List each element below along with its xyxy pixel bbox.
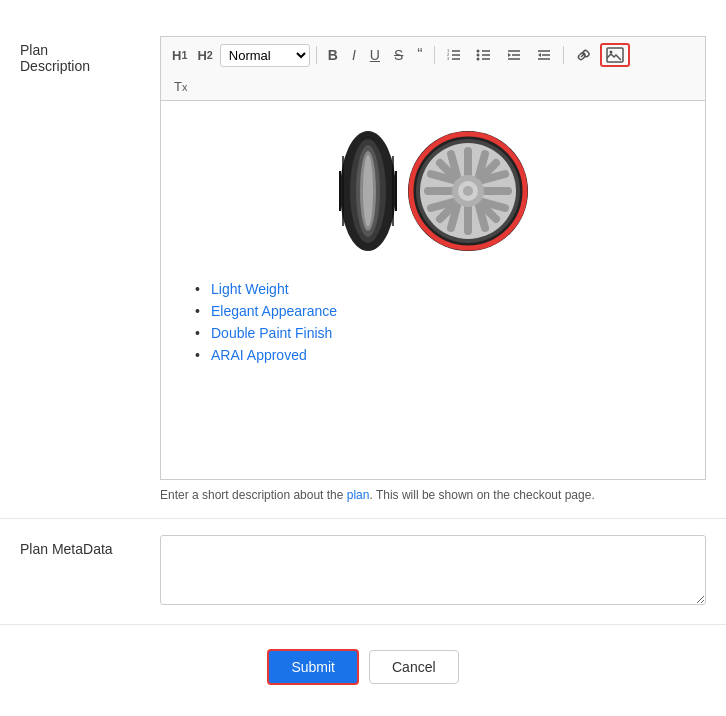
svg-point-26	[363, 155, 373, 227]
unordered-list-button[interactable]	[471, 45, 497, 65]
svg-text:3: 3	[447, 56, 450, 61]
list-item-1: Light Weight	[211, 281, 685, 297]
list-item-4: ARAI Approved	[211, 347, 685, 363]
list-item-2: Elegant Appearance	[211, 303, 685, 319]
svg-point-53	[463, 186, 473, 196]
svg-point-10	[476, 54, 479, 57]
italic-button[interactable]: I	[347, 45, 361, 65]
editor-toolbar-row2: Tx	[160, 73, 706, 100]
blockquote-button[interactable]: “	[412, 44, 427, 66]
heading1-button[interactable]: H1	[169, 46, 190, 65]
svg-marker-15	[508, 53, 511, 57]
editor-toolbar-row1: H1 H2 Normal Heading 3 B I U S “ 123	[160, 36, 706, 73]
underline-button[interactable]: U	[365, 45, 385, 65]
svg-marker-19	[538, 53, 541, 57]
form-buttons-row: Submit Cancel	[0, 625, 726, 709]
link-button[interactable]	[570, 45, 596, 65]
cancel-button[interactable]: Cancel	[369, 650, 459, 684]
clear-format-button[interactable]: Tx	[169, 77, 192, 96]
plan-metadata-row: Plan MetaData	[0, 519, 726, 625]
svg-point-11	[476, 58, 479, 61]
tire-front-svg	[403, 126, 533, 256]
tire-image-container	[181, 121, 685, 261]
hint-highlight: plan	[347, 488, 370, 502]
indent-button[interactable]	[501, 45, 527, 65]
toolbar-sep1	[316, 46, 317, 64]
ordered-list-button[interactable]: 123	[441, 45, 467, 65]
plan-metadata-content	[160, 535, 706, 608]
submit-button[interactable]: Submit	[267, 649, 359, 685]
heading2-button[interactable]: H2	[194, 46, 215, 65]
plan-metadata-label: Plan MetaData	[20, 535, 160, 557]
image-button[interactable]	[600, 43, 630, 67]
toolbar-sep3	[563, 46, 564, 64]
plan-description-label: PlanDescription	[20, 36, 160, 74]
editor-body[interactable]: Light Weight Elegant Appearance Double P…	[160, 100, 706, 480]
tire-side-svg	[333, 121, 403, 261]
svg-point-9	[476, 50, 479, 53]
plan-description-row: PlanDescription H1 H2 Normal Heading 3 B…	[0, 20, 726, 519]
strikethrough-button[interactable]: S	[389, 45, 408, 65]
toolbar-sep2	[434, 46, 435, 64]
outdent-button[interactable]	[531, 45, 557, 65]
editor-hint: Enter a short description about the plan…	[160, 488, 706, 502]
plan-description-content: H1 H2 Normal Heading 3 B I U S “ 123	[160, 36, 706, 502]
plan-metadata-input[interactable]	[160, 535, 706, 605]
list-item-3: Double Paint Finish	[211, 325, 685, 341]
features-list: Light Weight Elegant Appearance Double P…	[181, 281, 685, 363]
font-style-select[interactable]: Normal Heading 3	[220, 44, 310, 67]
bold-button[interactable]: B	[323, 45, 343, 65]
